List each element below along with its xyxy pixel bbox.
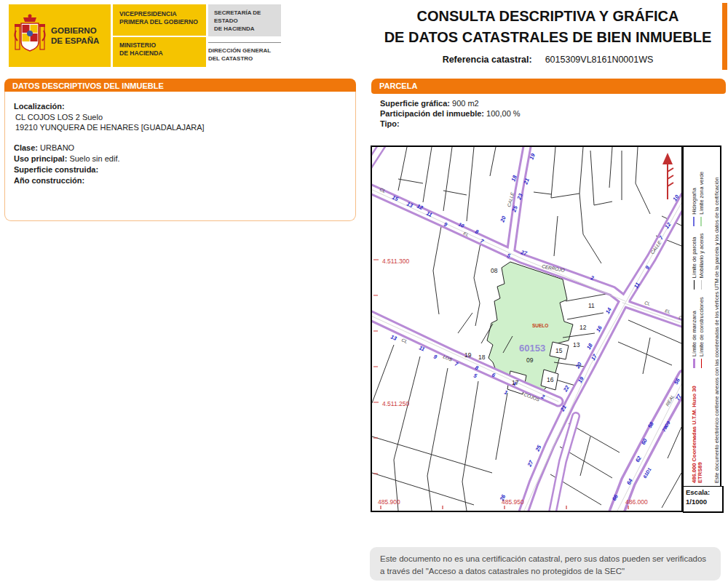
title-line-2: DE DATOS CATASTRALES DE BIEN INMUEBLE [375, 27, 721, 48]
legend-item-label: Mobiliario y aceras [698, 234, 705, 279]
clase-label: Clase: [14, 143, 38, 152]
legend-item-label: Hidrografía [691, 188, 697, 215]
north-arrow-icon [662, 153, 673, 199]
legend-item: Límite de parcela [691, 234, 697, 290]
map-label: 1 [503, 389, 508, 396]
localizacion-line-2: 19210 YUNQUERA DE HENARES [GUADALAJARA] [15, 123, 355, 132]
gobierno-label: GOBIERNO DE ESPAÑA [51, 25, 99, 47]
cadastral-map: CL15131211910EL87527CERROJO21921182325CA… [371, 146, 683, 512]
map-label: 60153 [519, 343, 545, 354]
cadastral-reference: Referencia catastral:6015309VL8161N0001W… [375, 55, 721, 65]
map-label: 20 [574, 361, 583, 370]
legend-items-grid: Límite de manzanaLímite de parcelaHidrog… [691, 172, 705, 368]
map-label: 20 [499, 215, 507, 224]
map-label: 9 [432, 354, 438, 361]
scale-label: Escala: [686, 488, 722, 498]
tipo-label: Tipo: [380, 119, 400, 128]
uso-value: Suelo sin edif. [69, 154, 119, 163]
legend-color-dash [701, 280, 702, 290]
parcela-panel: Superficie gráfica: 900 m2 Participación… [380, 99, 722, 129]
scale-value: 1/1000 [686, 498, 722, 507]
map-label: 17 [512, 379, 519, 386]
legend-item: Hidrografía [691, 172, 697, 226]
legend-color-dash [693, 359, 695, 368]
localizacion-line-1: CL COJOS LOS 2 Suelo [15, 113, 355, 121]
localizacion-label: Localización: [14, 102, 65, 111]
legend-item-label: Límite zona verde [698, 172, 705, 215]
map-label: 19 [528, 152, 537, 161]
map-label: 485.950 [502, 498, 524, 506]
cadastral-map-svg: CL15131211910EL87527CERROJO21921182325CA… [372, 147, 681, 511]
superficie-grafica-value: 900 m2 [452, 99, 479, 108]
disclaimer-text: Este documento no es una certificación c… [380, 554, 706, 575]
ministerio-label: MINISTERIO DE HACIENDA [113, 36, 206, 67]
legend-item-label: Límite de construcciones [698, 297, 705, 356]
legend-item: Mobiliario y aceras [698, 234, 705, 290]
clase-value: URBANO [40, 143, 74, 152]
map-label: 09 [526, 356, 534, 364]
map-label: 11 [418, 345, 426, 353]
legend-color-dash [701, 359, 702, 368]
title-line-1: CONSULTA DESCRIPTIVA Y GRÁFICA [375, 6, 721, 27]
map-label: 19 [464, 351, 472, 359]
ref-value: 6015309VL8161N0001WS [545, 55, 654, 65]
superficie-grafica-label: Superficie gráfica: [380, 99, 450, 108]
map-label: 5 [472, 372, 478, 380]
header-orange-strip [722, 3, 727, 70]
secretaria-label: SECRETARÍA DE ESTADO DE HACIENDA [208, 4, 281, 36]
map-label: SUELO [532, 323, 548, 328]
map-label: CL [644, 300, 651, 306]
map-label: 22 [561, 384, 571, 394]
map-label: 08 [491, 267, 498, 274]
disclaimer-box: Este documento no es una certificación c… [370, 547, 721, 581]
anio-construccion-label: Año construcción: [14, 176, 84, 185]
map-label: 15 [555, 347, 563, 354]
map-label: 13 [389, 334, 398, 343]
map-label: 486.000 [625, 498, 648, 506]
map-label: 16 [547, 376, 554, 383]
utm-coordinates-note: 486.000 Coordenadas U.T.M. Huso 30 ETRS8… [692, 368, 704, 483]
government-logo-block: GOBIERNO DE ESPAÑA VICEPRESIDENCIA PRIME… [9, 4, 206, 67]
annex-note: Este documento electrónico contiene anex… [714, 148, 720, 483]
map-label: 4.511.300 [382, 258, 409, 265]
legend-rotated-content: 486.000 Coordenadas U.T.M. Huso 30 ETRS8… [684, 147, 721, 487]
scale-box: Escala: 1/1000 [683, 486, 724, 513]
document-title: CONSULTA DESCRIPTIVA Y GRÁFICA DE DATOS … [375, 6, 721, 65]
legend-item-label: Límite de manzana [691, 311, 697, 356]
map-legend-strip: 486.000 Coordenadas U.T.M. Huso 30 ETRS8… [683, 146, 721, 489]
legend-color-dash [694, 280, 695, 290]
legend-color-dash [693, 217, 695, 226]
gobierno-de-espana-box: GOBIERNO DE ESPAÑA [9, 4, 111, 67]
superficie-construida-label: Superficie construida: [14, 165, 98, 174]
map-label: 12 [579, 324, 587, 331]
map-label: 485.900 [378, 498, 400, 506]
uso-label: Uso principal: [14, 154, 67, 163]
direccion-general-label: DIRECCIÓN GENERAL DEL CATASTRO [208, 42, 281, 63]
legend-item-label: Límite de parcela [691, 237, 697, 279]
legend-item: Límite zona verde [698, 172, 705, 226]
map-label: 18 [478, 354, 486, 361]
ref-label: Referencia catastral: [443, 55, 532, 65]
spain-coat-of-arms-icon [13, 13, 47, 58]
datos-descriptivos-panel: Localización: CL COJOS LOS 2 Suelo 19210… [4, 92, 356, 221]
map-label: 11 [588, 302, 595, 309]
legend-color-dash [700, 217, 702, 226]
ministry-box: VICEPRESIDENCIA PRIMERA DEL GOBIERNO MIN… [113, 4, 206, 67]
participacion-value: 100,00 % [486, 109, 520, 118]
participacion-label: Participación del inmueble: [380, 109, 484, 118]
map-label: 27 [526, 459, 534, 469]
map-label: 13 [573, 341, 580, 348]
legend-item: Límite de manzana [691, 297, 697, 368]
map-label: 4.511.250 [382, 400, 409, 407]
legend-item: Límite de construcciones [698, 297, 705, 368]
map-label: 7 [454, 361, 459, 368]
vicepresidencia-label: VICEPRESIDENCIA PRIMERA DEL GOBIERNO [113, 4, 206, 36]
parcela-header: PARCELA [371, 79, 726, 94]
